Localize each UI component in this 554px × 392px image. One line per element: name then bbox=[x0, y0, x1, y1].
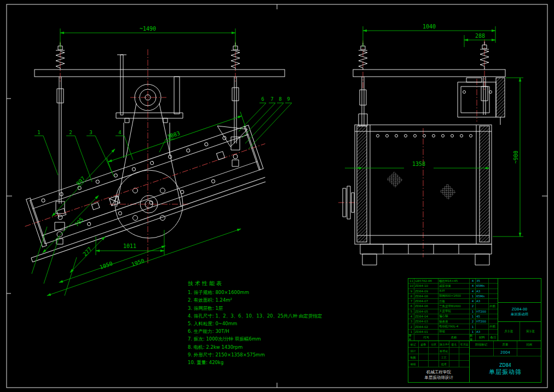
title-area: 阶段标记 质量 比例 2004 ZD84 单层振动筛 bbox=[470, 341, 541, 382]
front-dimensions: ~1490 897 705 277 1011 1050 1950 1 2 3 4… bbox=[32, 26, 292, 296]
cell-note bbox=[489, 289, 498, 293]
scale-value bbox=[517, 349, 541, 356]
cell-qty: 1 bbox=[470, 324, 476, 328]
cell-mat bbox=[476, 324, 489, 328]
cell-code: ZD84-02 bbox=[414, 324, 438, 328]
drawing-number: ZD84 bbox=[499, 363, 511, 368]
cell-name: 三角皮带B1800 bbox=[438, 304, 470, 308]
company-line: 机械工程学院 bbox=[426, 370, 451, 375]
drawing-sheet: 1083 ~1490 897 705 277 1011 1050 1950 1 … bbox=[0, 0, 554, 392]
sheet-count-cell: 共1张 第1张 bbox=[498, 322, 541, 341]
draft-cell: 工艺 bbox=[439, 354, 449, 360]
cell-note bbox=[489, 314, 498, 319]
cell-note bbox=[489, 330, 498, 334]
cell-mat: 45 bbox=[476, 314, 489, 319]
mark-cell: 标记 bbox=[408, 341, 419, 347]
cell-name: 轴承座 bbox=[438, 319, 470, 324]
scale-label: 比例 bbox=[517, 341, 541, 348]
parts-header-cell: 代号 bbox=[414, 335, 438, 341]
stage-row: 阶段标记 质量 比例 bbox=[470, 341, 541, 349]
tech-table-line: 2. 有效面积: 1.24m² bbox=[188, 296, 322, 304]
cell-mat: A3 bbox=[476, 330, 489, 334]
callout-5: 5 bbox=[169, 133, 171, 139]
motor-assembly bbox=[458, 78, 505, 125]
cell-code: ZD84-09 bbox=[414, 289, 438, 293]
cell-mat: A3 bbox=[476, 289, 489, 293]
right-spring-hanger bbox=[231, 43, 240, 166]
tech-table-line: 1. 筛子规格: 800×1600mm bbox=[188, 289, 322, 296]
cell-no: 2 bbox=[408, 324, 414, 328]
dim-top-width-text: ~1490 bbox=[140, 26, 156, 32]
signature-area: 标记处数分区更改文件号签名年月日 设计标准化 制图工艺 校核批准 机械工程学院单… bbox=[408, 341, 470, 382]
dim-deck-length: 1083 bbox=[106, 109, 245, 172]
cell-code: ZD84-03 bbox=[414, 319, 438, 324]
box-bolt-holes bbox=[377, 135, 472, 137]
cell-mat: 65Mn bbox=[476, 294, 489, 298]
cell-code: GB5782-86 bbox=[414, 279, 438, 283]
parts-header-cell: 材料 bbox=[476, 335, 489, 341]
check-row: 校核批准 bbox=[408, 361, 469, 367]
check-cell: 校核 bbox=[408, 361, 419, 367]
cell-note bbox=[489, 284, 498, 288]
title-block-bottom: 标记处数分区更改文件号签名年月日 设计标准化 制图工艺 校核批准 机械工程学院单… bbox=[408, 341, 541, 382]
screen-box-end-view bbox=[343, 125, 492, 265]
callout-9: 9 bbox=[287, 96, 290, 102]
dim-side-height-text: ~900 bbox=[513, 151, 519, 164]
design-cell: 设计 bbox=[408, 348, 419, 354]
cell-name: 吊杆 bbox=[438, 289, 470, 293]
parts-row: 8ZD84-08筛网800×1600165Mn bbox=[408, 294, 498, 299]
front-centerlines bbox=[60, 42, 235, 264]
draft-row: 制图工艺 bbox=[408, 354, 469, 361]
drive-assembly bbox=[115, 55, 183, 238]
mark-cell: 年月日 bbox=[459, 341, 469, 347]
draft-cell bbox=[449, 354, 460, 360]
cell-note bbox=[489, 299, 498, 303]
draft-cell bbox=[459, 354, 469, 360]
callout-2: 2 bbox=[69, 130, 72, 135]
cell-note bbox=[489, 319, 498, 324]
cell-mat: A3 bbox=[476, 299, 489, 303]
parts-row: 7ZD84-07压板4A3 bbox=[408, 299, 498, 304]
parts-header-cell: 数量 bbox=[470, 335, 476, 341]
title-block-top: 11GB5782-86螺栓M16×4543510ZD84-10减振弹簧465Mn… bbox=[408, 279, 541, 341]
cell-mat: HT200 bbox=[476, 309, 489, 314]
cell-qty: 1 bbox=[470, 309, 476, 314]
cell-note: 外购 bbox=[489, 304, 498, 308]
cell-no: 11 bbox=[408, 279, 414, 283]
company-name: 机械工程学院单层振动筛设计 bbox=[408, 367, 469, 382]
side-dimensions: 1040 288 1358 ~900 bbox=[345, 24, 523, 237]
callout-1: 1 bbox=[37, 130, 40, 135]
tech-table-line: 9. 外形尺寸: 2150×1358×575mm bbox=[188, 351, 322, 359]
check-cell bbox=[449, 361, 460, 367]
cell-no: 9 bbox=[408, 289, 414, 293]
tech-table-line: 10. 重量: 420kg bbox=[188, 359, 322, 366]
check-cell: 批准 bbox=[439, 361, 449, 367]
base-frame bbox=[360, 244, 492, 265]
cell-no: 3 bbox=[408, 319, 414, 324]
belt-guard bbox=[496, 78, 505, 117]
mesh-patch-2 bbox=[440, 183, 456, 200]
cell-name: 筛箱 bbox=[438, 330, 470, 334]
mark-cell: 更改文件号 bbox=[439, 341, 449, 347]
cell-mat bbox=[476, 304, 489, 308]
stage-label: 阶段标记 bbox=[470, 341, 494, 348]
check-cell bbox=[429, 361, 439, 367]
cell-note bbox=[489, 309, 498, 314]
title-block: 11GB5782-86螺栓M16×4543510ZD84-10减振弹簧465Mn… bbox=[408, 278, 541, 383]
drawing-title-cell: ZD84 单层振动筛 bbox=[470, 356, 541, 382]
cell-qty: 2 bbox=[470, 304, 476, 308]
dim-side-width-text: 1358 bbox=[412, 161, 425, 167]
tech-table-line: 8. 电机: 2.2kw 1430rpm bbox=[188, 343, 322, 351]
parts-row: 5ZD84-05大皮带轮1HT200 bbox=[408, 309, 498, 314]
cell-code: ZD84-10 bbox=[414, 284, 438, 288]
cell-no: 1 bbox=[408, 330, 414, 334]
dim-bottom1-text: 1050 bbox=[99, 261, 113, 270]
tech-table: 技术性能表 1. 筛子规格: 800×1600mm2. 有效面积: 1.24m²… bbox=[188, 280, 322, 366]
deck-bolt-holes bbox=[41, 136, 239, 238]
cell-name: 螺栓M16×45 bbox=[438, 279, 470, 283]
parts-row: 11GB5782-86螺栓M16×45435 bbox=[408, 279, 498, 284]
stage-value bbox=[470, 349, 494, 356]
mass-label: 质量 bbox=[494, 341, 518, 348]
cell-code: ZD84-04 bbox=[414, 314, 438, 319]
callout-7: 7 bbox=[270, 96, 273, 102]
